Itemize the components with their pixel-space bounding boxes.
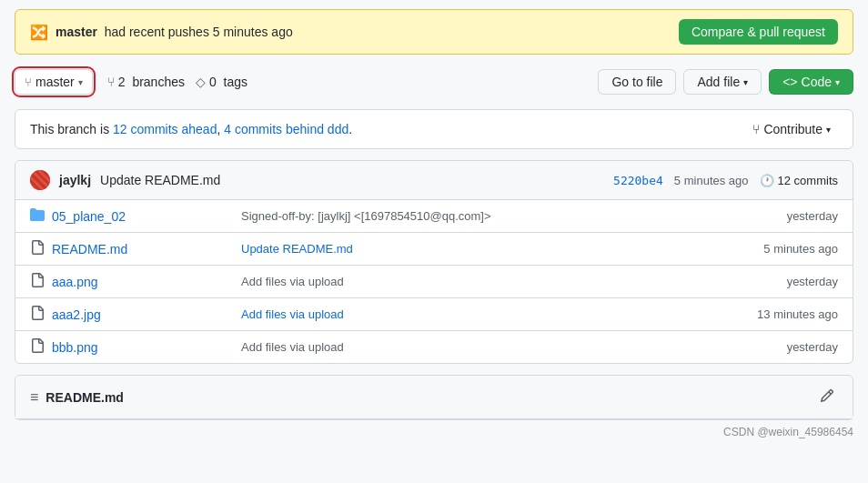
commit-bar-right: 5220be4 5 minutes ago 🕐 12 commits [613, 174, 838, 187]
file-name: aaa.png [52, 275, 234, 289]
chevron-down-icon: ▾ [835, 77, 840, 87]
file-name-link[interactable]: aaa.png [52, 275, 98, 289]
tag-icon: ◇ [196, 75, 206, 89]
push-branch-name: master [56, 25, 97, 39]
branch-selector-name: master [35, 75, 75, 89]
tags-link[interactable]: 0 tags [209, 75, 247, 89]
file-time: 13 minutes ago [729, 307, 838, 321]
commit-hash-link[interactable]: 5220be4 [613, 174, 663, 187]
contribute-button[interactable]: ⑂ Contribute ▾ [745, 119, 838, 139]
file-name: 05_plane_02 [52, 209, 234, 224]
commit-bar-left: jaylkj Update README.md [30, 170, 220, 190]
edit-readme-icon[interactable] [816, 385, 838, 409]
file-commit-msg: Add files via upload [241, 275, 722, 288]
file-commit-msg: Update README.md [241, 242, 722, 256]
push-banner-text: 🔀 master had recent pushes 5 minutes ago [30, 24, 293, 41]
readme-header: ≡ README.md [15, 376, 853, 419]
contribute-icon: ⑂ [752, 122, 760, 136]
file-commit-msg: Signed-off-by: [jaylkj] <[1697854510@qq.… [241, 209, 722, 223]
readme-title: ≡ README.md [30, 389, 124, 406]
branch-bar-left: ⑂ master ▾ ⑂ 2 branches ◇ 0 tags [15, 69, 247, 95]
commit-bar: jaylkj Update README.md 5220be4 5 minute… [15, 161, 853, 200]
commit-time: 5 minutes ago [674, 174, 749, 187]
file-list: 05_plane_02Signed-off-by: [jaylkj] <[169… [15, 200, 853, 363]
chevron-down-icon: ▾ [826, 125, 831, 135]
file-icon [30, 273, 45, 290]
branch-push-icon: 🔀 [30, 24, 48, 41]
clock-icon: 🕐 [760, 174, 774, 187]
code-button[interactable]: <> Code ▾ [769, 69, 853, 95]
code-icon: <> [782, 75, 797, 89]
file-icon [30, 338, 45, 356]
file-icon [30, 240, 45, 257]
file-time: yesterday [729, 340, 838, 354]
file-name: README.md [52, 242, 234, 257]
file-commit-msg: Add files via upload [241, 307, 722, 321]
commit-message: Update README.md [100, 173, 220, 187]
push-banner-message: master had recent pushes 5 minutes ago [56, 25, 293, 39]
readme-box: ≡ README.md [15, 375, 853, 420]
branch-bar-right: Go to file Add file ▾ <> Code ▾ [598, 69, 853, 95]
tags-meta[interactable]: ◇ 0 tags [196, 75, 247, 89]
compare-pull-request-button[interactable]: Compare & pull request [679, 19, 838, 45]
file-name-link[interactable]: bbb.png [52, 340, 98, 355]
file-name-link[interactable]: 05_plane_02 [52, 209, 126, 224]
file-time: yesterday [729, 209, 838, 223]
push-banner: 🔀 master had recent pushes 5 minutes ago… [15, 9, 853, 55]
file-name-link[interactable]: aaa2.jpg [52, 307, 101, 322]
file-commit-link[interactable]: Update README.md [241, 242, 353, 256]
branch-ref-link[interactable]: ddd [328, 122, 348, 136]
avatar [30, 170, 50, 190]
commits-count: 🕐 12 commits [760, 174, 838, 187]
chevron-down-icon: ▾ [743, 77, 748, 87]
table-row: bbb.pngAdd files via uploadyesterday [15, 331, 853, 363]
behind-commits-link[interactable]: 4 commits behind [224, 122, 324, 136]
folder-icon [30, 207, 45, 225]
watermark: CSDN @weixin_45986454 [15, 420, 853, 444]
branch-info-bar: This branch is 12 commits ahead, 4 commi… [15, 109, 853, 149]
file-icon [30, 306, 45, 323]
ahead-commits-link[interactable]: 12 commits ahead [113, 122, 217, 136]
branches-meta[interactable]: ⑂ 2 branches [107, 75, 185, 89]
branch-meta: ⑂ 2 branches ◇ 0 tags [107, 75, 247, 89]
branch-bar: ⑂ master ▾ ⑂ 2 branches ◇ 0 tags [15, 64, 853, 100]
table-row: aaa2.jpgAdd files via upload13 minutes a… [15, 298, 853, 331]
table-row: README.mdUpdate README.md5 minutes ago [15, 233, 853, 266]
branch-selector-icon: ⑂ [25, 75, 32, 89]
file-time: 5 minutes ago [729, 242, 838, 256]
file-commit-link[interactable]: Add files via upload [241, 307, 344, 321]
commits-count-link[interactable]: 12 commits [778, 174, 838, 187]
file-commit-msg: Add files via upload [241, 340, 722, 354]
branches-link[interactable]: 2 branches [118, 75, 185, 89]
table-row: aaa.pngAdd files via uploadyesterday [15, 266, 853, 298]
file-name-link[interactable]: README.md [52, 242, 127, 257]
branch-meta-icon: ⑂ [107, 75, 115, 89]
repo-file-box: jaylkj Update README.md 5220be4 5 minute… [15, 160, 853, 364]
file-name: aaa2.jpg [52, 307, 234, 322]
list-icon: ≡ [30, 389, 38, 406]
table-row: 05_plane_02Signed-off-by: [jaylkj] <[169… [15, 200, 853, 233]
file-time: yesterday [729, 275, 838, 288]
file-name: bbb.png [52, 340, 234, 355]
chevron-down-icon: ▾ [78, 77, 83, 87]
branch-info-text: This branch is 12 commits ahead, 4 commi… [30, 122, 352, 136]
branch-selector[interactable]: ⑂ master ▾ [15, 69, 93, 95]
commit-author: jaylkj [59, 173, 91, 187]
go-to-file-button[interactable]: Go to file [598, 69, 676, 95]
add-file-button[interactable]: Add file ▾ [683, 69, 762, 95]
